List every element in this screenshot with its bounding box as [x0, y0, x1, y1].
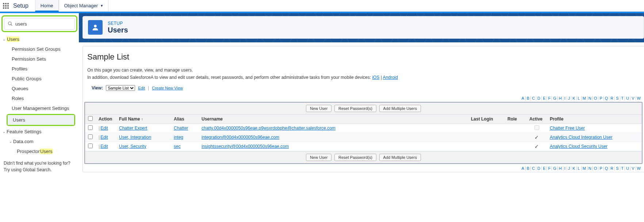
tree-roles[interactable]: Roles: [1, 93, 77, 103]
alpha-letter[interactable]: F: [547, 96, 552, 100]
alpha-letter[interactable]: J: [567, 166, 572, 171]
add-multiple-users-button[interactable]: Add Multiple Users: [379, 154, 421, 161]
alpha-letter[interactable]: L: [577, 166, 582, 171]
alpha-letter[interactable]: G: [552, 96, 558, 100]
alpha-letter[interactable]: R: [609, 96, 615, 100]
select-all-checkbox[interactable]: [88, 116, 93, 121]
ios-link[interactable]: iOS: [372, 75, 379, 80]
alpha-letter[interactable]: K: [571, 166, 576, 171]
alpha-letter[interactable]: N: [587, 166, 593, 171]
profile-link[interactable]: Chatter Free User: [550, 126, 585, 131]
alias-link[interactable]: Chatter: [174, 126, 188, 131]
col-full-name[interactable]: Full Name ↑: [116, 115, 171, 124]
alpha-letter[interactable]: I: [563, 96, 567, 100]
alpha-letter[interactable]: O: [593, 166, 599, 171]
tree-queues[interactable]: Queues: [1, 84, 77, 93]
alpha-letter[interactable]: H: [558, 96, 563, 100]
add-multiple-users-button[interactable]: Add Multiple Users: [379, 105, 421, 112]
alpha-letter[interactable]: T: [620, 96, 625, 100]
edit-link[interactable]: Edit: [100, 144, 108, 149]
col-last-login[interactable]: Last Login: [468, 115, 505, 124]
alpha-letter[interactable]: A: [520, 166, 525, 171]
new-user-button[interactable]: New User: [306, 154, 331, 161]
alpha-letter[interactable]: J: [567, 96, 572, 100]
alpha-letter[interactable]: S: [615, 166, 620, 171]
tree-perm-sets[interactable]: Permission Sets: [1, 54, 77, 64]
alpha-letter[interactable]: T: [620, 166, 625, 171]
alpha-letter[interactable]: H: [558, 166, 563, 171]
tree-users-group[interactable]: ⌄ Users: [1, 34, 77, 44]
username-link[interactable]: chatty.00d4x0000050s96eae.p9wsxrdobphe@c…: [202, 126, 336, 131]
alpha-letter[interactable]: E: [542, 166, 547, 171]
alpha-letter[interactable]: V: [630, 166, 636, 171]
col-username[interactable]: Username: [199, 115, 468, 124]
alpha-letter[interactable]: B: [526, 166, 531, 171]
alpha-letter[interactable]: O: [593, 96, 599, 100]
alpha-letter[interactable]: L: [577, 96, 582, 100]
alpha-letter[interactable]: A: [520, 96, 525, 100]
col-alias[interactable]: Alias: [171, 115, 199, 124]
alpha-letter[interactable]: E: [542, 96, 547, 100]
alias-link[interactable]: sec: [174, 144, 181, 149]
username-link[interactable]: insightssecurity@00d4x0000050s96eae.com: [202, 144, 289, 149]
tab-object-manager[interactable]: Object Manager ▾: [59, 0, 109, 12]
profile-link[interactable]: Analytics Cloud Integration User: [550, 135, 612, 140]
android-link[interactable]: Android: [383, 75, 398, 80]
tree-feature-settings[interactable]: ⌄ Feature Settings: [1, 127, 77, 137]
alpha-letter[interactable]: R: [609, 166, 615, 171]
tree-profiles[interactable]: Profiles: [1, 64, 77, 74]
alpha-letter[interactable]: K: [571, 96, 576, 100]
alpha-letter[interactable]: M: [582, 96, 587, 100]
edit-link[interactable]: Edit: [100, 135, 108, 140]
tree-users-item[interactable]: Users: [8, 115, 74, 125]
col-role[interactable]: Role: [505, 115, 526, 124]
tree-prospector-users[interactable]: Prospector Users: [1, 146, 77, 156]
alias-link[interactable]: integ: [174, 135, 183, 140]
create-view-link[interactable]: Create New View: [152, 86, 183, 90]
alpha-letter[interactable]: C: [531, 96, 536, 100]
alpha-letter[interactable]: B: [526, 96, 531, 100]
tab-home[interactable]: Home: [35, 0, 59, 12]
alpha-letter[interactable]: U: [625, 96, 630, 100]
alpha-letter[interactable]: N: [587, 96, 593, 100]
tree-perm-set-groups[interactable]: Permission Set Groups: [1, 44, 77, 54]
alpha-letter[interactable]: Q: [604, 166, 610, 171]
alpha-letter[interactable]: F: [547, 166, 552, 171]
username-link[interactable]: integration@00d4x0000050s96eae.com: [202, 135, 279, 140]
alpha-letter[interactable]: G: [552, 166, 558, 171]
full-name-link[interactable]: User, Integration: [119, 135, 151, 140]
alpha-letter[interactable]: S: [615, 96, 620, 100]
tree-public-groups[interactable]: Public Groups: [1, 74, 77, 84]
alpha-letter[interactable]: Q: [604, 96, 610, 100]
edit-link[interactable]: Edit: [100, 126, 108, 131]
alpha-letter[interactable]: V: [630, 96, 636, 100]
alpha-letter[interactable]: D: [536, 96, 542, 100]
alpha-letter[interactable]: M: [582, 166, 587, 171]
tree-user-mgmt[interactable]: User Management Settings: [1, 103, 77, 113]
col-active[interactable]: Active: [526, 115, 547, 124]
alpha-letter[interactable]: W: [636, 166, 642, 171]
alpha-letter[interactable]: U: [625, 166, 630, 171]
search-input[interactable]: [15, 21, 77, 27]
full-name-link[interactable]: Chatter Expert: [119, 126, 147, 131]
edit-view-link[interactable]: Edit: [138, 86, 145, 90]
row-checkbox[interactable]: [88, 125, 93, 130]
app-launcher-icon[interactable]: [0, 3, 12, 9]
row-checkbox[interactable]: [88, 143, 93, 148]
alpha-letter[interactable]: D: [536, 166, 542, 171]
tree-datacom[interactable]: ⌄ Data.com: [1, 137, 77, 146]
alpha-letter[interactable]: P: [598, 96, 603, 100]
profile-link[interactable]: Analytics Cloud Security User: [550, 144, 607, 149]
alpha-letter[interactable]: P: [598, 166, 603, 171]
view-select[interactable]: Sample List: [106, 85, 135, 91]
reset-password-button[interactable]: Reset Password(s): [334, 154, 376, 161]
alpha-letter[interactable]: I: [563, 166, 567, 171]
alpha-letter[interactable]: W: [636, 96, 642, 100]
alpha-letter[interactable]: C: [531, 166, 536, 171]
new-user-button[interactable]: New User: [306, 105, 331, 112]
full-name-link[interactable]: User, Security: [119, 144, 146, 149]
col-profile[interactable]: Profile: [547, 115, 642, 124]
search-input-wrap[interactable]: [4, 18, 75, 30]
reset-password-button[interactable]: Reset Password(s): [334, 105, 376, 112]
row-checkbox[interactable]: [88, 134, 93, 139]
